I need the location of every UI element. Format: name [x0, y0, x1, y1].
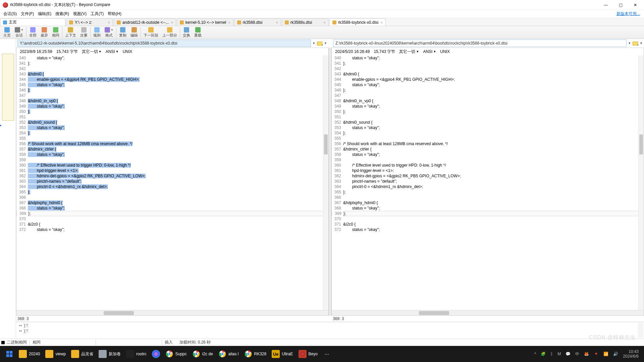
menu-e[interactable]: 编辑(E) [37, 10, 53, 17]
tab-1[interactable]: Y:\ <--> z:× [66, 18, 113, 26]
menu-s[interactable]: 会话(S) [2, 10, 18, 17]
code-line[interactable]: 340 status = "okay"; [332, 55, 644, 61]
code-line[interactable]: 368 status = "okay"; [16, 205, 328, 211]
code-line[interactable]: 351 [332, 114, 644, 120]
code-line[interactable]: 360 /* Effective level used to trigger H… [16, 163, 328, 168]
bottom-scrollbar[interactable] [638, 323, 643, 338]
code-line[interactable]: 372 status = "okay"; [16, 227, 328, 232]
code-line[interactable]: 348&hdmi0_in_vp0 { [16, 98, 328, 104]
taskbar-item-3[interactable]: 品灵省 [69, 347, 95, 361]
code-line[interactable]: 369}; [332, 211, 644, 216]
menu-r[interactable]: 搜索(R) [54, 10, 70, 17]
code-line[interactable]: 360 /* Effective level used to trigger H… [332, 163, 644, 168]
code-line[interactable]: 369}; [16, 211, 328, 216]
left-h-scrollbar[interactable] [16, 310, 328, 315]
taskbar-item-13[interactable]: ⋯ [321, 347, 333, 361]
tray-clock[interactable]: 10:432024/6/6 [623, 349, 641, 359]
code-line[interactable]: 352&hdmi0_sound { [16, 120, 328, 125]
toolbar-prev-button[interactable]: 上一部分 [160, 26, 179, 39]
tray-icon[interactable]: M [557, 352, 561, 356]
code-line[interactable]: 363 pinctrl-names = "default"; [16, 179, 328, 184]
code-line[interactable]: 350}; [16, 109, 328, 114]
toolbar-diff-button[interactable]: 差异 [39, 26, 50, 39]
right-misc[interactable]: 其它一切 ▼ [399, 49, 419, 55]
code-line[interactable]: 351 [16, 114, 328, 120]
menu-v[interactable]: 视图(V) [72, 10, 88, 17]
tray-icon[interactable]: 💬 [566, 352, 571, 356]
tab-close-icon[interactable]: × [323, 20, 325, 24]
code-line[interactable]: 357&hdmirx_ctrler { [16, 146, 328, 152]
code-line[interactable]: 344 enable-gpios = <&gpio4 RK_PB1 GPIO_A… [16, 77, 328, 82]
code-line[interactable]: 361 hpd-trigger-level = <1>; [16, 168, 328, 173]
tab-close-icon[interactable]: × [276, 20, 278, 24]
code-line[interactable]: 364 pinctrl-0 = <&hdmim1_rx &hdmirx_det>… [16, 184, 328, 189]
tab-2[interactable]: android12-rk-outside <--...× [114, 18, 176, 26]
code-line[interactable]: 350}; [332, 109, 644, 114]
toolbar-reload-button[interactable]: 重载 [192, 26, 204, 39]
toolbar-ctx-button[interactable]: 上下文 [63, 26, 78, 39]
overview-thumbnail[interactable] [2, 54, 14, 121]
code-line[interactable]: 358 status = "okay"; [16, 152, 328, 157]
menu-h[interactable]: 帮助(H) [106, 10, 123, 17]
code-line[interactable]: 358 status = "okay"; [332, 152, 644, 157]
tray-icon[interactable]: 中 [575, 351, 579, 357]
code-line[interactable]: 366 [16, 195, 328, 200]
tab-4[interactable]: rk3588.dtsi× [234, 18, 281, 26]
code-line[interactable]: 343&hdmi0 { [332, 71, 644, 77]
left-v-scrollbar[interactable] [323, 55, 328, 310]
tab-close-icon[interactable]: × [228, 20, 230, 24]
toolbar-edit-button[interactable]: 编辑 [128, 26, 140, 39]
code-line[interactable]: 372 status = "okay"; [332, 227, 644, 232]
taskbar-item-8[interactable]: i2c de [190, 347, 215, 361]
tray-icon[interactable]: 🦊 [584, 352, 589, 356]
code-line[interactable]: 353 status = "okay"; [332, 125, 644, 130]
code-line[interactable]: 355 [332, 136, 644, 141]
code-line[interactable]: 347 [16, 93, 328, 98]
right-v-scrollbar[interactable] [638, 55, 644, 310]
code-line[interactable]: 371&i2c0 { [332, 222, 644, 227]
close-button[interactable]: ✕ [632, 2, 639, 8]
code-line[interactable]: 346}; [332, 87, 644, 93]
toolbar-sessions-button[interactable]: ▼会话 [13, 26, 25, 39]
right-code-body[interactable]: 340 status = "okay";341};342343&hdmi0 {3… [332, 55, 644, 310]
code-line[interactable]: 345 status = "okay"; [332, 82, 644, 87]
code-line[interactable]: 359 [16, 157, 328, 163]
code-line[interactable]: 341}; [332, 61, 644, 66]
toolbar-rules-button[interactable]: 规则 [91, 26, 103, 39]
code-line[interactable]: 345 status = "okay"; [16, 82, 328, 87]
code-line[interactable]: 365}; [332, 189, 644, 195]
code-line[interactable]: 343▸&hdmi0 { [16, 71, 328, 77]
code-line[interactable]: 355 [16, 136, 328, 141]
toolbar-same-button[interactable]: 相同 [50, 26, 61, 39]
right-h-scrollbar[interactable] [332, 310, 644, 315]
tab-close-icon[interactable]: × [171, 20, 173, 24]
pane-splitter[interactable] [329, 48, 331, 316]
menu-t[interactable]: 工具(T) [89, 10, 105, 17]
tab-5[interactable]: rk3588s.dtsi× [282, 18, 329, 26]
taskbar-item-11[interactable]: UeUltraE [270, 347, 295, 361]
right-encoding[interactable]: ANSI ▼ [423, 49, 436, 54]
tab-0[interactable]: 主页 [0, 18, 65, 26]
code-line[interactable]: 356/* Should work with at least 128MB cm… [332, 141, 644, 146]
code-line[interactable]: 370 [332, 216, 644, 222]
minimize-button[interactable]: — [602, 2, 609, 8]
left-encoding[interactable]: ANSI ▼ [106, 49, 119, 54]
toolbar-copy-button[interactable]: 复制 [117, 26, 128, 39]
merge-left-icon[interactable]: ⇔ [18, 323, 23, 328]
code-line[interactable]: 367&hdptxphy_hdmi0 { [332, 200, 644, 205]
code-line[interactable]: 341}; [16, 61, 328, 66]
code-line[interactable]: 347 [332, 93, 644, 98]
maximize-button[interactable]: ▢ [617, 2, 624, 8]
code-line[interactable]: 353 status = "okay"; [16, 125, 328, 130]
left-open-folder-icon[interactable] [317, 40, 323, 46]
code-line[interactable]: 371&i2c0 { [16, 222, 328, 227]
taskbar-item-5[interactable]: rootrc [124, 347, 149, 361]
tray-icon[interactable]: ᛒ [550, 352, 553, 356]
toolbar-all-button[interactable]: 全部 [27, 26, 39, 39]
taskbar-item-1[interactable]: 20240 [17, 347, 42, 361]
menu-f[interactable]: 文件(F) [19, 10, 35, 17]
code-line[interactable]: 363 pinctrl-names = "default"; [332, 179, 644, 184]
taskbar-item-12[interactable]: Beyo [297, 347, 320, 361]
code-line[interactable]: 366 [332, 195, 644, 200]
right-path-input[interactable] [333, 40, 627, 47]
